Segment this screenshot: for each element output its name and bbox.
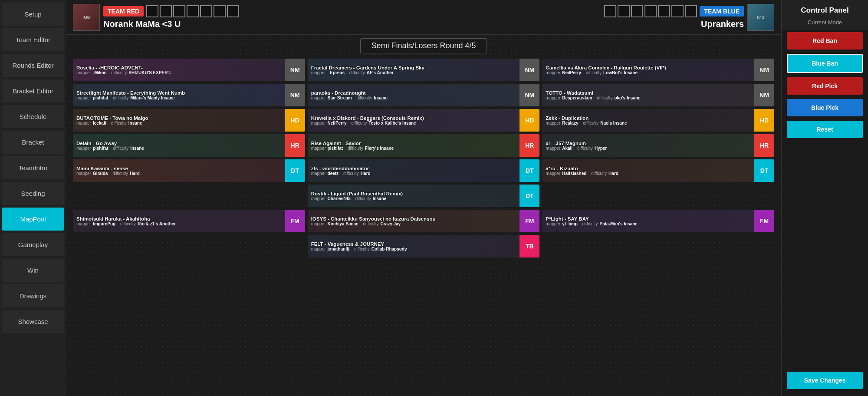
map-title: Fractal Dreamers - Gardens Under A Sprin… bbox=[311, 65, 536, 70]
map-card-zts---worldenddominator[interactable]: zts - worldenddominatormapper deetz diff… bbox=[308, 159, 540, 182]
mod-badge-fm: FM bbox=[754, 210, 774, 232]
score-box-b2 bbox=[618, 5, 630, 17]
avatar-red-text: IMG bbox=[83, 15, 90, 20]
map-card-rostik---liquid--paul-rosentha[interactable]: Rostik - Liquid (Paul Rosenthal Remix)ma… bbox=[308, 185, 540, 207]
map-card-zekk---duplication[interactable]: Zekk - Duplicationmapper Realazy difficu… bbox=[542, 109, 774, 132]
save-changes-button[interactable]: Save Changes bbox=[787, 372, 863, 389]
sidebar-item-rounds-editor[interactable]: Rounds Editor bbox=[2, 54, 64, 77]
sidebar-item-setup[interactable]: Setup bbox=[2, 3, 64, 26]
map-card-felt---vagueness---journey[interactable]: FELT - Vagueness & JOURNEYmapper jonatha… bbox=[308, 235, 540, 257]
score-box-b7 bbox=[685, 5, 697, 17]
team-blue-info: TEAM BLUE Uprankers bbox=[604, 5, 744, 29]
sidebar-item-teamintro[interactable]: TeamIntro bbox=[2, 156, 64, 179]
mod-badge-nm: NM bbox=[519, 59, 539, 81]
map-card-krewella-x-diskord---beggars--[interactable]: Krewella x Diskord - Beggars (Consouls R… bbox=[308, 109, 540, 132]
score-box-b6 bbox=[671, 5, 684, 17]
mod-badge-hr: HR bbox=[754, 134, 774, 157]
mod-badge-nm: NM bbox=[285, 59, 305, 81]
mod-badge-nm: NM bbox=[754, 59, 774, 81]
map-meta: mapper pishifat difficulty Insane bbox=[76, 146, 302, 151]
sidebar-item-team-editor[interactable]: Team Editor bbox=[2, 28, 64, 51]
sidebar-item-win[interactable]: Win bbox=[2, 259, 64, 282]
score-box-r3 bbox=[173, 5, 185, 17]
avatar-red: IMG bbox=[73, 4, 100, 31]
map-card-totto---wadatsumi[interactable]: TOTTO - Wadatsumimapper Desperate-kun di… bbox=[542, 84, 774, 106]
map-title: xi - .357 Magnum bbox=[546, 141, 771, 146]
map-card-content: P*Light - SAY BAYmapper yf_bmp difficult… bbox=[542, 214, 774, 228]
sidebar-item-mappool[interactable]: MapPool bbox=[2, 208, 64, 231]
map-card-roselia----heroic-advent-[interactable]: Roselia - -HEROIC ADVENT-mapper -Mikan d… bbox=[73, 59, 305, 81]
map-card-content: Rostik - Liquid (Paul Rosenthal Remix)ma… bbox=[308, 189, 540, 203]
map-title: a*ru - Kizuato bbox=[546, 166, 771, 171]
map-card-delain---go-away[interactable]: Delain - Go Awaymapper pishifat difficul… bbox=[73, 134, 305, 157]
map-title: BUTAOTOME - Towa no Maigo bbox=[76, 116, 302, 121]
map-meta: mapper Giralda difficulty Hard bbox=[76, 171, 302, 176]
map-title: Zekk - Duplication bbox=[546, 116, 771, 121]
map-card-rise-against---savior[interactable]: Rise Against - Saviormapper pishifat dif… bbox=[308, 134, 540, 157]
map-card-camellia-vs-akira-complex---ra[interactable]: Camellia vs Akira Complex - Railgun Roul… bbox=[542, 59, 774, 81]
map-card-content: Fractal Dreamers - Gardens Under A Sprin… bbox=[308, 63, 540, 77]
map-meta: mapper jonathanlfj difficulty Collab Rha… bbox=[311, 247, 536, 251]
current-mode-label: Current Mode bbox=[782, 17, 868, 30]
team-blue-badge-row: TEAM BLUE bbox=[604, 5, 744, 17]
map-card-a-ru---kizuato[interactable]: a*ru - Kizuatomapper Halfslashed difficu… bbox=[542, 159, 774, 182]
map-card-xi----357-magnum[interactable]: xi - .357 Magnummapper Akali difficulty … bbox=[542, 134, 774, 157]
score-box-b3 bbox=[631, 5, 643, 17]
sidebar-item-drawings[interactable]: Drawings bbox=[2, 284, 64, 307]
map-card-content: IOSYS - Chanteikku Sanyousei no Itazura … bbox=[308, 214, 540, 228]
sidebar-item-seeding[interactable]: Seeding bbox=[2, 182, 64, 205]
map-card-content: Shimotsuki Haruka - Akahitohamapper Impu… bbox=[73, 214, 305, 228]
map-title: Streetlight Manifesto - Everything Went … bbox=[76, 90, 302, 96]
map-meta: mapper Charles445 difficulty Insane bbox=[311, 196, 536, 201]
map-title: Krewella x Diskord - Beggars (Consouls R… bbox=[311, 116, 536, 121]
mod-badge-nm: NM bbox=[754, 84, 774, 106]
sidebar-item-bracket-editor[interactable]: Bracket Editor bbox=[2, 79, 64, 102]
score-box-r2 bbox=[160, 5, 172, 17]
map-title: Roselia - -HEROIC ADVENT- bbox=[76, 65, 302, 70]
team-red-section: IMG TEAM RED Norank MaMa <3 U bbox=[73, 4, 239, 31]
map-meta: mapper Desperate-kun difficulty oko's In… bbox=[546, 96, 771, 100]
mod-badge-hd: HD bbox=[285, 109, 305, 132]
map-card-fractal-dreamers---gardens-und[interactable]: Fractal Dreamers - Gardens Under A Sprin… bbox=[308, 59, 540, 81]
map-card-mami-kawada---sense[interactable]: Mami Kawada - sensemapper Giralda diffic… bbox=[73, 159, 305, 182]
team-blue-score-boxes bbox=[604, 5, 697, 17]
mod-badge-hr: HR bbox=[285, 134, 305, 157]
map-meta: mapper NeilPerry difficulty Testo x Kali… bbox=[311, 121, 536, 125]
blue-ban-button[interactable]: Blue Ban bbox=[787, 54, 863, 73]
reset-button[interactable]: Reset bbox=[787, 121, 863, 138]
map-meta: mapper NeilPerry difficulty LowBot's Ins… bbox=[546, 70, 771, 75]
sidebar-item-schedule[interactable]: Schedule bbox=[2, 105, 64, 128]
map-title: FELT - Vagueness & JOURNEY bbox=[311, 241, 536, 247]
map-placeholder-7-2 bbox=[542, 235, 774, 257]
map-title: IOSYS - Chanteikku Sanyousei no Itazura … bbox=[311, 216, 536, 221]
score-box-r5 bbox=[200, 5, 212, 17]
sidebar-item-showcase[interactable]: Showcase bbox=[2, 310, 64, 333]
red-ban-button[interactable]: Red Ban bbox=[787, 32, 863, 50]
map-card-content: FELT - Vagueness & JOURNEYmapper jonatha… bbox=[308, 240, 540, 253]
score-box-r1 bbox=[146, 5, 158, 17]
map-card-shimotsuki-haruka---akahitoha[interactable]: Shimotsuki Haruka - Akahitohamapper Impu… bbox=[73, 210, 305, 232]
mod-badge-hd: HD bbox=[754, 109, 774, 132]
sidebar-item-gameplay[interactable]: Gameplay bbox=[2, 233, 64, 256]
map-card-p-light---say-bay[interactable]: P*Light - SAY BAYmapper yf_bmp difficult… bbox=[542, 210, 774, 232]
map-card-butaotome---towa-no-maigo[interactable]: BUTAOTOME - Towa no Maigomapper Icekalt … bbox=[73, 109, 305, 132]
red-pick-button[interactable]: Red Pick bbox=[787, 77, 863, 95]
round-title: Semi Finals/Losers Round 4/5 bbox=[360, 38, 487, 53]
blue-pick-button[interactable]: Blue Pick bbox=[787, 99, 863, 116]
map-meta: mapper Icekalt difficulty Insane bbox=[76, 121, 302, 125]
map-placeholder-5-2 bbox=[542, 185, 774, 207]
map-card-paraoka---dreadnought[interactable]: paraoka - Dreadnoughtmapper Star Stream … bbox=[308, 84, 540, 106]
map-meta: mapper -Mikan difficulty SHIZUKU'S EXPER… bbox=[76, 70, 302, 75]
team-blue-badge: TEAM BLUE bbox=[700, 6, 744, 16]
main-content: IMG TEAM RED Norank MaMa <3 U bbox=[66, 0, 781, 396]
team-red-badge-row: TEAM RED bbox=[103, 5, 239, 17]
mod-badge-hr: HR bbox=[519, 134, 539, 157]
score-box-r7 bbox=[227, 5, 239, 17]
mod-badge-dt: DT bbox=[519, 185, 539, 207]
mappool-grid: Roselia - -HEROIC ADVENT-mapper -Mikan d… bbox=[73, 59, 774, 257]
map-meta: mapper Kochiya Sanae difficulty Crazy Ja… bbox=[311, 221, 536, 226]
mod-badge-dt: DT bbox=[519, 159, 539, 182]
sidebar-item-bracket[interactable]: Bracket bbox=[2, 131, 64, 154]
map-card-streetlight-manifesto---everyt[interactable]: Streetlight Manifesto - Everything Went … bbox=[73, 84, 305, 106]
map-card-iosys---chanteikku-sanyousei-n[interactable]: IOSYS - Chanteikku Sanyousei no Itazura … bbox=[308, 210, 540, 232]
